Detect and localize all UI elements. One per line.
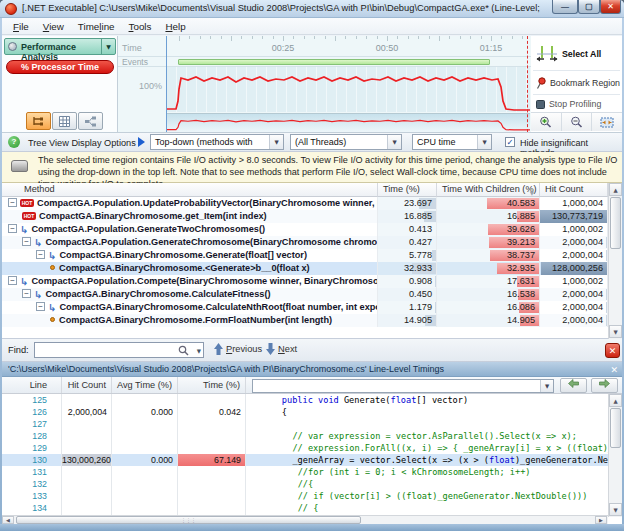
menu-timeline[interactable]: Timeline <box>71 20 122 33</box>
menu-tools[interactable]: Tools <box>122 20 159 33</box>
bookmark-region-label: Bookmark Region <box>550 78 620 88</box>
scroll-down-button[interactable]: ▼ <box>609 503 622 516</box>
time-with-children-cell: 16.885 <box>437 210 540 223</box>
region-start-marker[interactable] <box>166 36 167 132</box>
code-row[interactable]: 1262,000,0040.0000.042{ <box>2 406 608 418</box>
menu-file[interactable]: File <box>6 20 36 33</box>
method-row[interactable]: −↳CompactGA.BinaryChromosome.CalculateNt… <box>2 301 608 314</box>
collapse-icon[interactable]: − <box>8 224 17 233</box>
code-row[interactable]: 133// if (vector[i] > ((float)_geneGener… <box>2 490 608 502</box>
find-next-button[interactable]: Next <box>266 343 297 355</box>
method-grid: MethodTime (%)Time With Children (%)▼Hit… <box>2 183 622 339</box>
collapse-icon[interactable]: − <box>22 289 31 298</box>
close-button[interactable]: ✕ <box>600 0 621 14</box>
hit-count-cell: 128,000,256 <box>540 262 608 275</box>
stop-profiling-button[interactable]: Stop Profiling <box>531 96 622 112</box>
collapse-icon[interactable]: − <box>36 250 45 259</box>
panel-close-icon[interactable]: ✕ <box>610 363 618 377</box>
scroll-up-button[interactable]: ▲ <box>609 183 622 196</box>
region-end-marker[interactable] <box>527 36 528 132</box>
source-vscrollbar[interactable]: ▲ ▼ <box>608 394 622 517</box>
collapse-icon[interactable]: − <box>8 198 17 207</box>
find-close-button[interactable]: ✕ <box>605 343 620 358</box>
column-header-method[interactable]: Method <box>2 183 378 197</box>
menu-help[interactable]: Help <box>158 20 192 33</box>
maximize-button[interactable]: ▢ <box>578 0 600 14</box>
source-column-hit-count[interactable]: Hit Count <box>62 377 112 393</box>
overview-graph[interactable] <box>166 113 530 132</box>
call-graph-view-button[interactable] <box>78 112 103 130</box>
line-number: 134 <box>2 502 62 514</box>
line-number: 130 <box>2 454 62 466</box>
method-name: CompactGA.BinaryChromosome.CalculateNthR… <box>59 302 378 312</box>
method-row[interactable]: −↳CompactGA.Population.Compete(BinaryChr… <box>2 275 608 288</box>
column-header-time-with-children-[interactable]: Time With Children (%)▼ <box>437 183 540 197</box>
chevron-down-icon[interactable]: ▼ <box>101 39 115 54</box>
tree-view-button[interactable] <box>26 112 51 130</box>
bookmark-region-button[interactable]: Bookmark Region <box>531 74 622 92</box>
method-row[interactable]: −HOTCompactGA.Population.UpdateProbabili… <box>2 197 608 210</box>
collapse-icon[interactable]: − <box>8 276 17 285</box>
arrow-down-icon <box>266 343 275 355</box>
scroll-thumb[interactable] <box>610 408 621 448</box>
code-row[interactable]: 128// var expression = vector.AsParallel… <box>2 430 608 442</box>
source-code-view[interactable]: 125public void Generate(float[] vector)1… <box>2 394 608 517</box>
scroll-down-button[interactable]: ▼ <box>609 325 622 338</box>
analysis-type-dropdown[interactable]: Performance Analysis ▼ <box>4 38 116 55</box>
code-row[interactable]: 134// { <box>2 502 608 514</box>
source-hscrollbar[interactable]: ◀ ⋮⋮⋮ ▶ <box>2 515 608 524</box>
collapse-icon[interactable]: − <box>22 237 31 246</box>
find-previous-button[interactable]: Previous <box>214 343 262 355</box>
method-row[interactable]: HOTCompactGA.BinaryChromosome.get_Item(i… <box>2 210 608 223</box>
overview-line <box>166 114 530 133</box>
collapse-icon[interactable]: − <box>36 302 45 311</box>
method-row[interactable]: −↳CompactGA.Population.GenerateChromosom… <box>2 236 608 249</box>
hot-method-icon: HOT <box>20 199 34 207</box>
find-input[interactable]: ▼ <box>34 342 204 358</box>
method-row[interactable]: CompactGA.BinaryChromosome.<Generate>b__… <box>2 262 608 275</box>
method-row[interactable]: CompactGA.BinaryChromosome.FormFloatNumb… <box>2 314 608 327</box>
column-header-hit-count[interactable]: Hit Count <box>540 183 608 197</box>
select-all-button[interactable]: Select All <box>531 42 622 66</box>
time-cell: 0.450 <box>378 288 437 301</box>
minimize-button[interactable]: — <box>552 0 578 14</box>
navigate-back-button[interactable] <box>560 378 587 393</box>
source-column-line[interactable]: Line <box>2 377 62 393</box>
method-name: CompactGA.BinaryChromosome.Generate(floa… <box>59 250 307 260</box>
source-column-avg-time-[interactable]: Avg Time (%) <box>112 377 178 393</box>
grid-view-button[interactable] <box>52 112 77 130</box>
timeline-chart[interactable]: Time 00:2500:5001:15 Events 100% <box>118 36 531 133</box>
zoom-out-button[interactable] <box>562 113 593 131</box>
scroll-right-button[interactable]: ▶ <box>595 516 607 524</box>
threads-dropdown[interactable]: (All Threads) ▼ <box>290 134 402 150</box>
code-token: _geneArray = vector.Select(x => (x > ( <box>292 455 489 465</box>
scroll-up-button[interactable]: ▲ <box>609 394 622 407</box>
code-row[interactable]: 129// expression.ForAll((x, i) => { _gen… <box>2 442 608 454</box>
hide-insignificant-checkbox[interactable]: ✓ <box>505 137 515 147</box>
code-row[interactable]: 131//for (int i = 0; i < kChromosomeLeng… <box>2 466 608 478</box>
view-mode-dropdown[interactable]: Top-down (methods with source) ▼ <box>150 134 284 150</box>
line-time-cell <box>178 502 246 514</box>
code-row[interactable]: 127 <box>2 418 608 430</box>
column-header-time-[interactable]: Time (%) <box>378 183 437 197</box>
method-row[interactable]: −↳CompactGA.BinaryChromosome.CalculateFi… <box>2 288 608 301</box>
method-row[interactable]: −↳CompactGA.BinaryChromosome.Generate(fl… <box>2 249 608 262</box>
scroll-left-button[interactable]: ◀ <box>2 516 14 524</box>
code-row[interactable]: 125public void Generate(float[] vector) <box>2 394 608 406</box>
scroll-thumb[interactable]: ⋮⋮⋮ <box>16 516 361 524</box>
source-column-time-[interactable]: Time (%) <box>178 377 246 393</box>
navigate-forward-button[interactable] <box>591 378 618 393</box>
code-row[interactable]: 132//{ <box>2 478 608 490</box>
scroll-thumb[interactable] <box>610 197 621 249</box>
code-text: // { <box>246 502 608 514</box>
zoom-in-button[interactable] <box>531 113 562 131</box>
code-row[interactable]: 130130,000,2600.00067.149_geneArray = ve… <box>2 454 608 466</box>
method-grid-vscrollbar[interactable]: ▲ ▼ <box>608 183 622 339</box>
menu-view[interactable]: View <box>36 20 71 33</box>
cpu-graph[interactable] <box>166 67 530 112</box>
zoom-fit-button[interactable] <box>592 113 622 131</box>
help-icon[interactable]: ? <box>8 136 20 148</box>
method-row[interactable]: −↳CompactGA.Population.GenerateTwoChromo… <box>2 223 608 236</box>
method-combo[interactable]: ▼ <box>252 379 554 393</box>
timing-metric-dropdown[interactable]: CPU time ▼ <box>412 134 492 150</box>
